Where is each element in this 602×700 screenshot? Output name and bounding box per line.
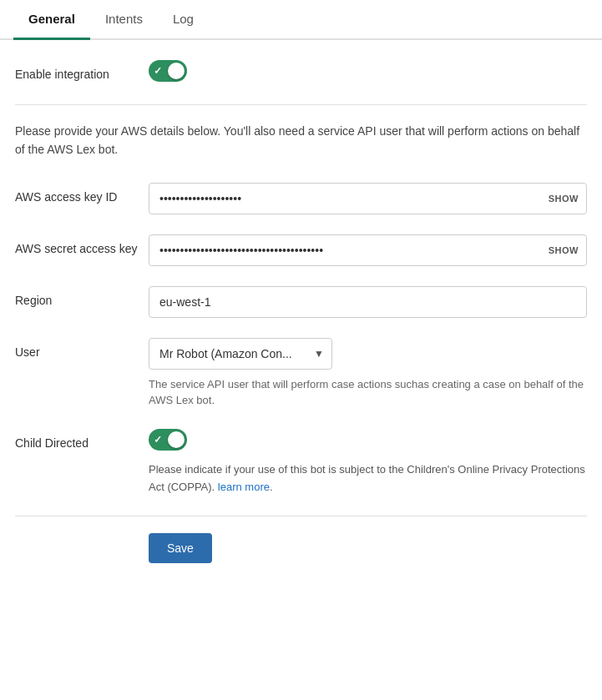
tab-general[interactable]: General bbox=[13, 0, 90, 40]
aws-secret-key-input[interactable] bbox=[149, 234, 587, 266]
child-directed-toggle-knob bbox=[168, 431, 185, 448]
check-icon-child: ✓ bbox=[154, 434, 162, 446]
region-control bbox=[149, 286, 587, 318]
child-directed-toggle-switch[interactable]: ✓ bbox=[149, 429, 187, 451]
bottom-divider bbox=[15, 516, 587, 516]
user-select[interactable]: Mr Robot (Amazon Con... Other User bbox=[149, 338, 332, 370]
aws-secret-key-control: SHOW bbox=[149, 234, 587, 266]
enable-integration-control: ✓ bbox=[149, 60, 587, 84]
user-row: User Mr Robot (Amazon Con... Other User … bbox=[15, 338, 587, 409]
aws-access-key-input-wrapper: SHOW bbox=[149, 183, 587, 214]
enable-integration-row: Enable integration ✓ bbox=[15, 60, 587, 84]
region-row: Region bbox=[15, 286, 587, 318]
tabs-bar: General Intents Log bbox=[0, 0, 602, 40]
aws-access-key-show-button[interactable]: SHOW bbox=[549, 194, 579, 204]
top-divider bbox=[15, 104, 587, 105]
aws-secret-key-row: AWS secret access key SHOW bbox=[15, 234, 587, 266]
child-directed-label: Child Directed bbox=[15, 429, 149, 452]
save-button[interactable]: Save bbox=[149, 533, 212, 563]
region-label: Region bbox=[15, 286, 149, 310]
tab-intents[interactable]: Intents bbox=[90, 0, 158, 40]
user-select-wrapper: Mr Robot (Amazon Con... Other User ▼ bbox=[149, 338, 332, 370]
description-text: Please provide your AWS details below. Y… bbox=[15, 122, 587, 159]
enable-integration-toggle[interactable]: ✓ bbox=[149, 60, 187, 82]
aws-access-key-row: AWS access key ID SHOW bbox=[15, 183, 587, 214]
content-area: Enable integration ✓ Please provide your… bbox=[0, 40, 602, 583]
child-directed-control: ✓ Please indicate if your use of this bo… bbox=[149, 429, 587, 496]
aws-secret-key-label: AWS secret access key bbox=[15, 234, 149, 258]
learn-more-link[interactable]: learn more bbox=[218, 481, 270, 493]
child-directed-row: Child Directed ✓ Please indicate if your… bbox=[15, 429, 587, 496]
child-directed-hint: Please indicate if your use of this bot … bbox=[149, 461, 587, 496]
user-hint: The service API user that will perform c… bbox=[149, 376, 587, 409]
child-directed-toggle[interactable]: ✓ bbox=[149, 429, 187, 451]
toggle-knob bbox=[168, 63, 185, 79]
aws-secret-key-show-button[interactable]: SHOW bbox=[549, 245, 579, 255]
user-label: User bbox=[15, 338, 149, 361]
aws-access-key-input[interactable] bbox=[149, 183, 587, 214]
user-control: Mr Robot (Amazon Con... Other User ▼ The… bbox=[149, 338, 587, 409]
aws-secret-key-input-wrapper: SHOW bbox=[149, 234, 587, 266]
check-icon: ✓ bbox=[154, 65, 162, 77]
aws-access-key-label: AWS access key ID bbox=[15, 183, 149, 206]
enable-integration-label: Enable integration bbox=[15, 60, 149, 83]
aws-access-key-control: SHOW bbox=[149, 183, 587, 214]
tab-log[interactable]: Log bbox=[158, 0, 209, 40]
region-input[interactable] bbox=[149, 286, 587, 318]
toggle-switch-enabled[interactable]: ✓ bbox=[149, 60, 187, 82]
